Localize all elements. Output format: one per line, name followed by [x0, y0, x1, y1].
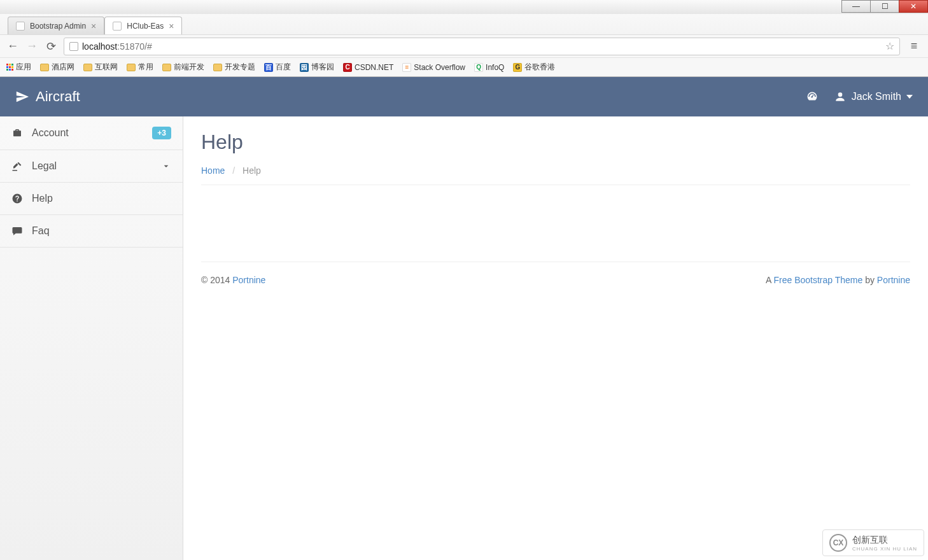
help-icon	[11, 193, 23, 204]
site-icon: G	[513, 63, 522, 72]
main-content: Help Home / Help © 2014 Portnine A Free …	[183, 116, 928, 560]
paper-plane-icon	[15, 90, 29, 104]
window-minimize-button[interactable]: —	[841, 0, 871, 13]
bookmarks-bar: 应用酒店网互联网常用前端开发开发专题百百度园博客园CCSDN.NET≡Stack…	[0, 57, 928, 76]
dashboard-icon[interactable]	[806, 90, 819, 103]
footer-left: © 2014 Portnine	[201, 275, 265, 285]
page-icon	[16, 22, 25, 31]
breadcrumb: Home / Help	[201, 165, 910, 185]
footer-right: A Free Bootstrap Theme by Portnine	[766, 275, 910, 285]
sidebar-item-faq[interactable]: Faq	[0, 215, 183, 248]
bookmark-label: 互联网	[95, 62, 118, 73]
bookmark-item[interactable]: QInfoQ	[474, 63, 504, 72]
footer-right-prefix: A	[766, 275, 773, 285]
navbar: Aircraft Jack Smith	[0, 77, 928, 116]
bookmark-item[interactable]: 园博客园	[300, 62, 334, 73]
site-icon	[69, 42, 78, 51]
watermark-logo-icon: CX	[829, 534, 847, 552]
bookmark-label: 百度	[276, 62, 291, 73]
apps-icon	[6, 64, 13, 71]
address-row: ← → ⟳ localhost:51870/# ☆ ≡	[0, 34, 928, 57]
bookmark-item[interactable]: G谷歌香港	[513, 62, 555, 73]
address-bar[interactable]: localhost:51870/# ☆	[64, 38, 900, 55]
bookmark-label: 酒店网	[52, 62, 74, 73]
footer-theme-link[interactable]: Free Bootstrap Theme	[773, 275, 862, 285]
watermark-sub: CHUANG XIN HU LIAN	[852, 546, 917, 552]
bookmark-item[interactable]: 前端开发	[162, 62, 204, 73]
page-icon	[113, 22, 122, 31]
sidebar-item-label: Faq	[32, 225, 50, 237]
bookmark-item[interactable]: 百百度	[264, 62, 291, 73]
bookmark-item[interactable]: ≡Stack Overflow	[402, 63, 465, 72]
breadcrumb-home-link[interactable]: Home	[201, 165, 225, 176]
site-icon: 园	[300, 63, 309, 72]
comment-icon	[11, 225, 23, 237]
sidebar-item-label: Legal	[32, 160, 57, 172]
chevron-down-icon	[161, 161, 171, 171]
navbar-right: Jack Smith	[806, 90, 913, 103]
bookmark-item[interactable]: 应用	[6, 62, 31, 73]
bookmark-label: InfoQ	[486, 63, 504, 72]
sidebar-item-legal[interactable]: Legal	[0, 150, 183, 183]
browser-tabs: Bootstrap Admin × HClub-Eas ×	[0, 14, 928, 34]
bookmark-item[interactable]: 互联网	[83, 62, 118, 73]
gavel-icon	[11, 160, 23, 172]
url-host: localhost	[82, 41, 117, 52]
forward-button[interactable]: →	[25, 39, 38, 53]
footer: © 2014 Portnine A Free Bootstrap Theme b…	[201, 262, 910, 298]
bookmark-label: 应用	[16, 62, 31, 73]
browser-menu-button[interactable]: ≡	[906, 39, 922, 53]
copyright-prefix: © 2014	[201, 275, 232, 285]
folder-icon	[213, 64, 222, 71]
footer-author-link[interactable]: Portnine	[877, 275, 910, 285]
url-input[interactable]: localhost:51870/#	[82, 41, 882, 52]
tab-title: Bootstrap Admin	[30, 22, 86, 31]
page-title: Help	[201, 130, 910, 154]
site-icon: Q	[474, 63, 483, 72]
sidebar: Account +3 Legal Help Fa	[0, 116, 183, 560]
site-icon: C	[343, 63, 352, 72]
bookmark-item[interactable]: 开发专题	[213, 62, 255, 73]
layout: Account +3 Legal Help Fa	[0, 116, 928, 560]
app-root: Aircraft Jack Smith Account +3	[0, 77, 928, 560]
browser-tab-active[interactable]: HClub-Eas ×	[104, 17, 182, 34]
copyright-link[interactable]: Portnine	[232, 275, 265, 285]
bookmark-label: 谷歌香港	[524, 62, 555, 73]
sidebar-item-label: Help	[32, 193, 53, 204]
user-icon	[834, 90, 847, 103]
tab-close-icon[interactable]: ×	[91, 21, 96, 31]
sidebar-item-help[interactable]: Help	[0, 183, 183, 215]
bookmark-item[interactable]: 酒店网	[40, 62, 74, 73]
site-icon: ≡	[402, 63, 411, 72]
tab-close-icon[interactable]: ×	[169, 21, 174, 31]
browser-tab[interactable]: Bootstrap Admin ×	[8, 17, 104, 34]
sidebar-item-label: Account	[32, 127, 69, 139]
window-close-button[interactable]: ✕	[899, 0, 928, 13]
folder-icon	[162, 64, 171, 71]
folder-icon	[40, 64, 49, 71]
watermark-text: 创新互联	[852, 535, 917, 546]
window-maximize-button[interactable]: ☐	[870, 0, 899, 13]
back-button[interactable]: ←	[6, 39, 19, 53]
url-path: :51870/#	[117, 41, 152, 52]
bookmark-label: CSDN.NET	[355, 63, 393, 72]
bookmark-star-icon[interactable]: ☆	[885, 40, 894, 52]
bookmark-label: 常用	[138, 62, 153, 73]
footer-mid: by	[862, 275, 877, 285]
user-menu[interactable]: Jack Smith	[834, 90, 913, 103]
caret-down-icon	[906, 95, 913, 99]
sidebar-badge: +3	[152, 127, 171, 139]
browser-chrome: — ☐ ✕ Bootstrap Admin × HClub-Eas × ← → …	[0, 0, 928, 77]
breadcrumb-current: Help	[243, 165, 261, 176]
bookmark-label: 博客园	[311, 62, 334, 73]
bookmark-item[interactable]: CCSDN.NET	[343, 63, 393, 72]
sidebar-item-account[interactable]: Account +3	[0, 116, 183, 150]
brand[interactable]: Aircraft	[15, 88, 80, 105]
bookmark-label: Stack Overflow	[414, 63, 465, 72]
breadcrumb-separator: /	[232, 165, 235, 176]
reload-button[interactable]: ⟳	[45, 39, 57, 53]
watermark: CX 创新互联 CHUANG XIN HU LIAN	[822, 529, 924, 556]
bookmark-label: 开发专题	[225, 62, 255, 73]
bookmark-item[interactable]: 常用	[127, 62, 153, 73]
folder-icon	[83, 64, 92, 71]
